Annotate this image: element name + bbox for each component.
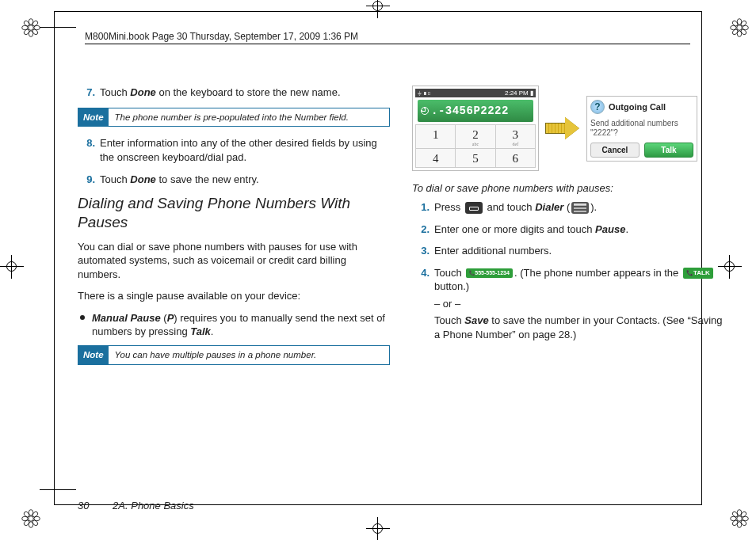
page-footer: 30 2A. Phone Basics (78, 500, 194, 511)
svg-point-2 (737, 25, 743, 31)
step-text: Press and touch Dialer (). (434, 201, 597, 213)
popup-talk-button: Talk (644, 143, 693, 158)
svg-point-11 (29, 516, 34, 522)
dialer-keypad: 1 2abc 3def 4 5 6 (415, 124, 536, 168)
step-9: 9. Touch Done to save the new entry. (100, 173, 390, 187)
page-header: M800Mini.book Page 30 Thursday, Septembe… (85, 31, 690, 44)
step-1: 1. Press and touch Dialer (). (434, 200, 724, 215)
keypad-key: 6 (496, 149, 536, 168)
step-text: Enter one or more digits and touch Pause… (434, 223, 628, 235)
dialer-number-display: .-3456P2222 (418, 100, 533, 122)
registration-mark-bottom-icon (371, 522, 385, 536)
step-or: – or – (434, 297, 724, 311)
step-4: 4. Touch 📞555-555-1234. (The phone numbe… (434, 266, 724, 342)
phone-icon (421, 107, 429, 115)
step-text: Enter information into any of the other … (100, 137, 377, 163)
left-column: 7. Touch Done on the keyboard to store t… (78, 86, 390, 375)
home-key-icon (465, 202, 483, 214)
keypad-key: 4 (416, 149, 456, 168)
note-text: You can have multiple pauses in a phone … (109, 346, 323, 364)
status-right: 2:24 PM ▮ (505, 89, 533, 97)
note-box-1: Note The phone number is pre-populated i… (78, 108, 390, 127)
step-number: 4. (412, 266, 430, 280)
phone-screen: ⏚ ▮▯ 2:24 PM ▮ .-3456P2222 1 2abc 3def 4… (412, 86, 539, 171)
step-7: 7. Touch Done on the keyboard to store t… (100, 86, 390, 100)
keypad-key: 2abc (456, 125, 495, 149)
procedure-intro: To dial or save phone numbers with pause… (412, 182, 724, 194)
talk-badge-icon: 📞TALK (683, 268, 713, 279)
bullet-manual-pause: Manual Pause (P) requires you to manuall… (92, 311, 390, 339)
paragraph: You can dial or save phone numbers with … (78, 240, 390, 282)
popup-title: Outgoing Call (609, 102, 666, 112)
rosette-bottom-left-icon (21, 508, 41, 529)
step-2: 2. Enter one or more digits and touch Pa… (434, 222, 724, 237)
keypad-key: 1 (416, 125, 456, 149)
step-number: 8. (78, 136, 95, 150)
phone-number-badge-icon: 📞555-555-1234 (466, 268, 513, 278)
arrow-icon (545, 117, 580, 139)
rosette-bottom-right-icon (729, 508, 750, 529)
question-icon: ? (590, 100, 605, 114)
step-text: Enter additional numbers. (434, 245, 552, 257)
status-left: ⏚ ▮▯ (418, 89, 431, 97)
header-text: M800Mini.book Page 30 Thursday, Septembe… (85, 31, 358, 42)
note-label: Note (78, 346, 109, 364)
note-text: The phone number is pre-populated into t… (109, 108, 355, 127)
note-box-2: Note You can have multiple pauses in a p… (78, 345, 390, 365)
keypad-key: 3def (496, 125, 536, 149)
step-number: 2. (412, 222, 430, 237)
step-8: 8. Enter information into any of the oth… (100, 136, 390, 164)
rosette-top-right-icon (729, 17, 750, 38)
popup-outgoing-call: ? Outgoing Call Send additional numbers … (586, 96, 697, 162)
phone-figure: ⏚ ▮▯ 2:24 PM ▮ .-3456P2222 1 2abc 3def 4… (412, 86, 724, 171)
right-column: ⏚ ▮▯ 2:24 PM ▮ .-3456P2222 1 2abc 3def 4… (412, 86, 724, 375)
step-text: Touch Done to save the new entry. (100, 173, 259, 185)
keypad-key: 5 (456, 149, 495, 168)
step-number: 3. (412, 244, 430, 258)
phone-statusbar: ⏚ ▮▯ 2:24 PM ▮ (415, 89, 536, 97)
page-number: 30 (78, 500, 89, 511)
paragraph: There is a single pause available on you… (78, 289, 390, 303)
dialer-number-text: .-3456P2222 (431, 105, 509, 117)
rosette-top-left-icon (21, 17, 41, 38)
step-number: 9. (78, 173, 95, 187)
step-number: 7. (78, 86, 95, 100)
section-heading: Dialing and Saving Phone Numbers With Pa… (78, 194, 390, 232)
note-label: Note (78, 108, 109, 127)
registration-mark-right-icon (723, 260, 737, 274)
step-alternative: Touch Save to save the number in your Co… (434, 314, 724, 341)
svg-point-0 (29, 25, 34, 31)
dialer-app-icon (571, 202, 589, 214)
svg-point-20 (737, 516, 743, 522)
step-number: 1. (412, 200, 430, 215)
step-text: Touch 📞555-555-1234. (The phone number a… (434, 267, 715, 293)
registration-mark-left-icon (5, 260, 19, 274)
page-content: 7. Touch Done on the keyboard to store t… (78, 86, 724, 375)
step-text: Touch Done on the keyboard to store the … (100, 86, 341, 98)
popup-cancel-button: Cancel (590, 143, 640, 158)
section-name: 2A. Phone Basics (113, 500, 194, 511)
popup-body: Send additional numbers "2222"? (590, 119, 693, 138)
step-3: 3. Enter additional numbers. (434, 244, 724, 258)
